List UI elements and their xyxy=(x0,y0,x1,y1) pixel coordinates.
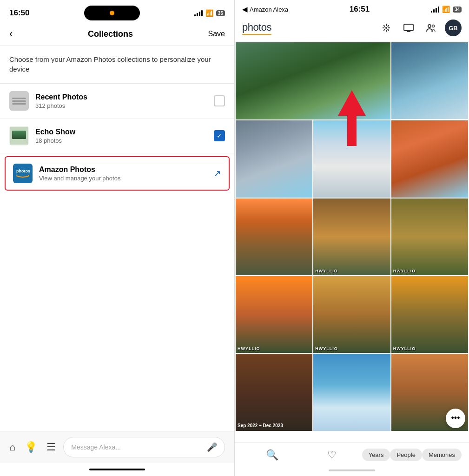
save-button[interactable]: Save xyxy=(208,30,225,38)
recent-name: Recent Photos xyxy=(35,93,214,101)
avatar-button[interactable]: GB xyxy=(445,20,462,36)
grid-photo-11[interactable]: HWYLLIO xyxy=(313,276,390,353)
svg-point-6 xyxy=(385,27,387,29)
back-label: Amazon Alexa xyxy=(250,6,288,13)
echo-name: Echo Show xyxy=(35,128,214,136)
search-nav-item[interactable]: 🔍 xyxy=(242,449,302,461)
years-label: Years xyxy=(369,451,384,458)
signal-bars-left xyxy=(194,10,203,16)
svg-rect-3 xyxy=(14,165,32,182)
checkmark-icon: ✓ xyxy=(217,132,222,139)
svg-line-14 xyxy=(383,29,385,31)
screen-button[interactable] xyxy=(400,20,417,36)
status-icons-left: 📶 35 xyxy=(194,9,225,17)
menu-icon[interactable]: ☰ xyxy=(46,441,56,453)
back-amazon[interactable]: ◀ Amazon Alexa xyxy=(242,5,288,13)
home-bar-left xyxy=(89,469,145,470)
home-indicator-left xyxy=(0,463,234,476)
svg-line-13 xyxy=(388,25,389,26)
grid-photo-14[interactable] xyxy=(313,354,390,430)
favorites-nav-item[interactable]: ♡ xyxy=(302,449,362,461)
right-panel: ◀ Amazon Alexa 16:51 📶 34 photos xyxy=(234,0,469,476)
grid-photo-5[interactable] xyxy=(313,120,390,197)
photos-logo-text: photos xyxy=(242,21,271,33)
amazon-info: Amazon Photos View and manage your photo… xyxy=(39,165,213,182)
search-icon: 🔍 xyxy=(266,449,278,461)
collection-list: Recent Photos 312 photos xyxy=(0,84,234,258)
grid-photo-13[interactable]: Sep 2022 – Dec 2023 xyxy=(236,354,312,430)
avatar-text: GB xyxy=(449,25,458,32)
grid-photo-10[interactable]: HWYLLIO xyxy=(236,276,312,353)
wifi-icon-left: 📶 xyxy=(205,9,213,17)
sparkle-button[interactable] xyxy=(378,20,395,36)
recent-info: Recent Photos 312 photos xyxy=(35,93,214,109)
svg-line-12 xyxy=(388,29,389,31)
people-header-button[interactable] xyxy=(423,20,439,36)
grid-photo-3[interactable] xyxy=(391,42,468,119)
memories-nav-item[interactable]: Memories xyxy=(422,449,462,461)
header-icons: GB xyxy=(378,20,462,36)
svg-line-11 xyxy=(383,25,385,26)
fab-button[interactable]: ••• xyxy=(446,409,465,428)
nav-bar: ‹ Collections Save xyxy=(0,24,234,46)
svg-rect-15 xyxy=(404,24,413,31)
collection-item-amazon[interactable]: photos Amazon Photos View and manage you… xyxy=(5,156,230,191)
photos-header: photos xyxy=(235,17,469,41)
photo-grid: HWYLLIO HWYLLIO HWYLLIO HWYLLIO xyxy=(235,41,469,443)
grid-photo-4[interactable] xyxy=(236,120,312,197)
people-nav-item[interactable]: People xyxy=(390,449,422,461)
grid-photo-12[interactable]: HWYLLIO xyxy=(391,276,468,353)
echo-info: Echo Show 18 photos xyxy=(35,128,214,144)
recent-sub: 312 photos xyxy=(35,102,214,109)
left-panel: 16:50 📶 35 ‹ Collections Save Choose fro… xyxy=(0,0,234,476)
status-bar-left: 16:50 📶 35 xyxy=(0,0,234,24)
grid-photo-15[interactable]: ••• xyxy=(391,354,468,430)
years-nav-item[interactable]: Years xyxy=(362,449,390,461)
sparkle-icon xyxy=(381,22,392,33)
heart-icon: ♡ xyxy=(327,449,337,461)
collection-item-echo[interactable]: Echo Show 18 photos ✓ xyxy=(0,119,234,153)
amazon-sub: View and manage your photos xyxy=(39,175,213,182)
amazon-name: Amazon Photos xyxy=(39,165,213,174)
memories-label: Memories xyxy=(429,451,455,458)
svg-rect-2 xyxy=(12,131,26,139)
back-button[interactable]: ‹ xyxy=(9,28,13,40)
home-bar-right xyxy=(329,469,375,471)
time-left: 16:50 xyxy=(9,8,29,18)
bottom-bar-left: ⌂ 💡 ☰ Message Alexa... 🎤 xyxy=(0,431,234,463)
wifi-icon-right: 📶 xyxy=(442,6,450,13)
light-icon[interactable]: 💡 xyxy=(25,441,37,453)
people-header-icon xyxy=(425,22,436,33)
message-input-field[interactable]: Message Alexa... 🎤 xyxy=(63,437,225,457)
home-icon[interactable]: ⌂ xyxy=(9,441,15,453)
page-description: Choose from your Amazon Photos collectio… xyxy=(0,46,234,84)
dynamic-island xyxy=(84,6,140,20)
message-placeholder: Message Alexa... xyxy=(71,443,121,451)
collection-item-recent[interactable]: Recent Photos 312 photos xyxy=(0,84,234,119)
recent-checkbox[interactable] xyxy=(214,95,225,106)
echo-checkbox[interactable]: ✓ xyxy=(214,130,225,141)
status-icons-right: 📶 34 xyxy=(431,6,462,13)
svg-point-19 xyxy=(432,25,435,27)
amazon-thumb: photos xyxy=(13,164,33,183)
grid-photo-6[interactable] xyxy=(391,120,468,197)
grid-photo-1[interactable] xyxy=(236,42,390,119)
grid-container: HWYLLIO HWYLLIO HWYLLIO HWYLLIO xyxy=(235,41,469,432)
svg-text:photos: photos xyxy=(16,169,30,173)
amazon-link-icon[interactable]: ↗ xyxy=(213,168,221,179)
echo-sub: 18 photos xyxy=(35,137,214,144)
signal-bars-right xyxy=(431,6,439,13)
grid-photo-8[interactable]: HWYLLIO xyxy=(313,198,390,275)
amazon-underline xyxy=(242,34,271,35)
grid-photo-7[interactable] xyxy=(236,198,312,275)
battery-right: 34 xyxy=(453,7,462,13)
screen-icon xyxy=(403,22,414,33)
mic-icon[interactable]: 🎤 xyxy=(207,442,217,452)
grid-photo-9[interactable]: HWYLLIO xyxy=(391,198,468,275)
date-range-label: Sep 2022 – Dec 2023 xyxy=(238,423,283,428)
photos-logo: photos xyxy=(242,21,271,35)
recent-thumb xyxy=(9,91,29,111)
page-title: Collections xyxy=(88,29,133,39)
fab-icon: ••• xyxy=(451,413,460,423)
echo-thumb-image xyxy=(10,127,28,145)
